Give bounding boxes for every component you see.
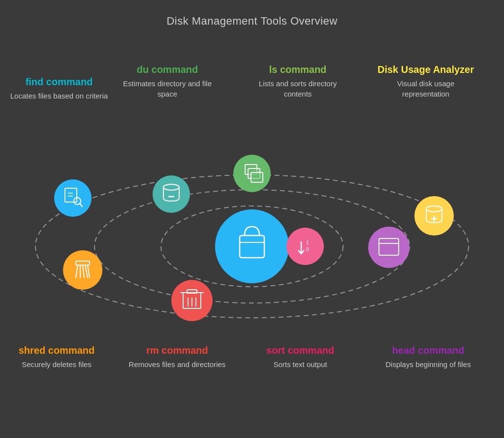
head-circle bbox=[368, 227, 410, 268]
shred-circle bbox=[63, 250, 102, 290]
svg-text:1: 1 bbox=[306, 240, 309, 245]
svg-rect-11 bbox=[251, 172, 263, 182]
svg-text:9: 9 bbox=[306, 247, 309, 252]
sort-circle bbox=[286, 228, 324, 265]
center-circle bbox=[215, 209, 289, 283]
du-circle bbox=[153, 175, 190, 213]
find-circle bbox=[54, 179, 92, 217]
